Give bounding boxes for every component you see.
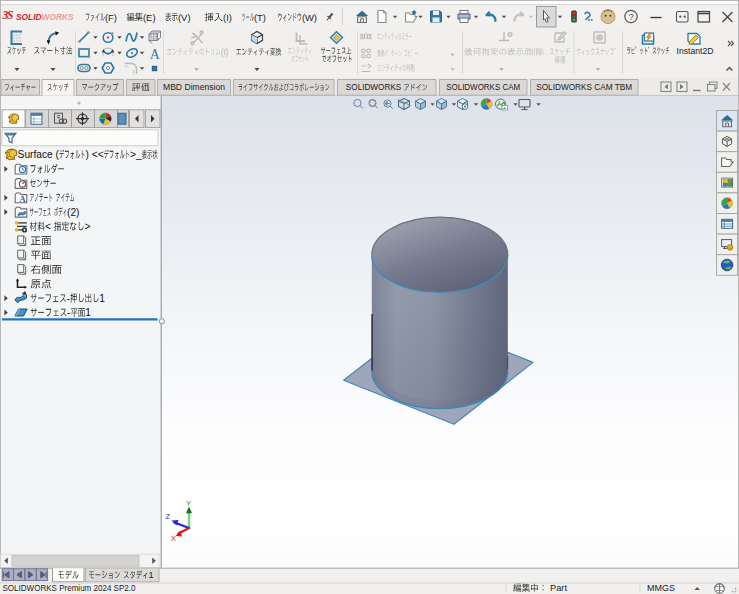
svg-text:1: 1 bbox=[85, 307, 91, 318]
svg-text:MMGS: MMGS bbox=[647, 583, 675, 593]
svg-text:SOLIDWORKS: SOLIDWORKS bbox=[16, 12, 74, 22]
svg-text:SOLIDWORKS CAM: SOLIDWORKS CAM bbox=[446, 82, 520, 92]
svg-text:X: X bbox=[171, 534, 176, 543]
svg-text:1: 1 bbox=[99, 293, 105, 304]
svg-text:Part: Part bbox=[550, 583, 567, 593]
svg-text:(I): (I) bbox=[223, 12, 232, 23]
svg-text:Y: Y bbox=[186, 499, 191, 508]
svg-text:(2): (2) bbox=[67, 207, 79, 218]
svg-text:<: < bbox=[45, 221, 51, 232]
svg-text:Z: Z bbox=[166, 512, 171, 521]
svg-text:>_: >_ bbox=[130, 149, 142, 160]
svg-text:SOLIDWORKS CAM TBM: SOLIDWORKS CAM TBM bbox=[536, 82, 632, 92]
svg-text:3S: 3S bbox=[2, 9, 14, 21]
svg-text:Instant2D: Instant2D bbox=[677, 46, 714, 56]
svg-text:MBD Dimension: MBD Dimension bbox=[163, 82, 225, 92]
svg-text:SOLIDWORKS Premium 2024 SP2.0: SOLIDWORKS Premium 2024 SP2.0 bbox=[3, 582, 136, 593]
svg-text:) <<: ) << bbox=[86, 149, 104, 160]
svg-text:Surface (: Surface ( bbox=[18, 149, 60, 160]
svg-text:(T): (T) bbox=[254, 12, 266, 23]
svg-text:(V): (V) bbox=[178, 12, 191, 23]
svg-text:?: ? bbox=[628, 11, 633, 22]
svg-text:1: 1 bbox=[149, 570, 154, 580]
svg-text:(E): (E) bbox=[143, 12, 156, 23]
svg-text:A: A bbox=[150, 47, 161, 62]
svg-text:(F): (F) bbox=[105, 12, 117, 23]
svg-text:A: A bbox=[19, 194, 26, 204]
svg-text:(W): (W) bbox=[302, 12, 317, 23]
svg-text:>: > bbox=[85, 221, 91, 232]
svg-text:-: - bbox=[67, 293, 70, 304]
svg-text:-: - bbox=[67, 307, 70, 318]
svg-text:(I): (I) bbox=[221, 47, 229, 57]
svg-text:SOLIDWORKS: SOLIDWORKS bbox=[346, 83, 402, 92]
